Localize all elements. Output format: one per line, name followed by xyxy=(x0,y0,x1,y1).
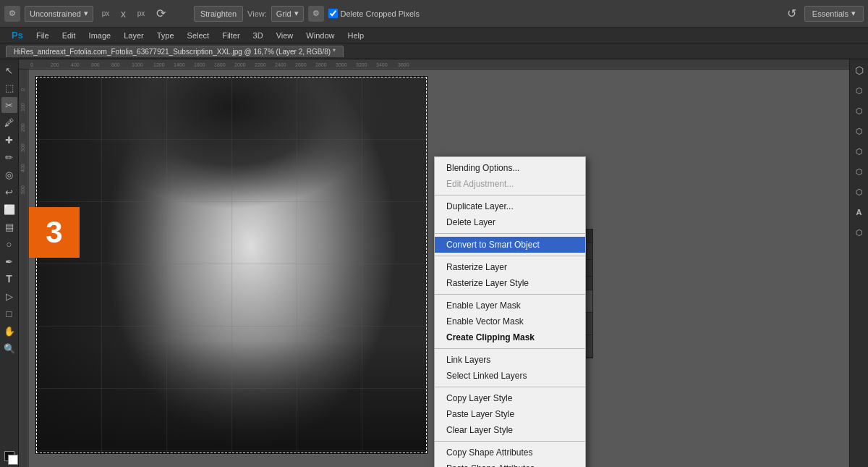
move-tool[interactable]: ↖ xyxy=(1,62,17,78)
ctx-duplicate-layer[interactable]: Duplicate Layer... xyxy=(435,198,585,214)
ctx-copy-layer-style[interactable]: Copy Layer Style xyxy=(435,390,585,406)
svg-text:400: 400 xyxy=(71,62,80,67)
ctx-enable-layer-mask[interactable]: Enable Layer Mask xyxy=(435,298,585,314)
ctx-rasterize-layer[interactable]: Rasterize Layer xyxy=(435,259,585,275)
view-settings-icon[interactable]: ⚙ xyxy=(308,6,324,22)
ruler-horizontal: 0 200 400 600 800 1000 1200 1400 1600 18… xyxy=(19,59,849,70)
svg-text:1400: 1400 xyxy=(174,62,185,67)
ctx-link-layers[interactable]: Link Layers xyxy=(435,352,585,368)
delete-cropped-checkbox[interactable] xyxy=(328,9,338,18)
svg-text:200: 200 xyxy=(51,62,59,67)
ctx-create-clipping[interactable]: Create Clipping Mask xyxy=(435,329,585,345)
right-tool-6[interactable]: ⬡ xyxy=(851,164,867,180)
history-brush[interactable]: ↩ xyxy=(1,184,17,200)
ctx-blending-options[interactable]: Blending Options... xyxy=(435,160,585,176)
menu-image[interactable]: Image xyxy=(83,30,117,41)
menu-ps-icon[interactable]: Ps xyxy=(6,28,29,42)
svg-text:800: 800 xyxy=(111,62,120,67)
menu-help[interactable]: Help xyxy=(341,30,370,41)
right-tool-text[interactable]: A xyxy=(851,204,867,220)
ctx-rasterize-style[interactable]: Rasterize Layer Style xyxy=(435,275,585,291)
menu-view[interactable]: View xyxy=(271,30,299,41)
dodge-tool[interactable]: ○ xyxy=(1,236,17,252)
ctx-select-linked[interactable]: Select Linked Layers xyxy=(435,368,585,384)
clone-tool[interactable]: ◎ xyxy=(1,167,17,182)
svg-text:2200: 2200 xyxy=(255,62,266,67)
left-sidebar: ↖ ⬚ ✂ 🖉 ✚ ✏ ◎ ↩ ⬜ ▤ ○ ✒ T ▷ □ ✋ 🔍 xyxy=(0,59,19,467)
ctx-clear-layer-style[interactable]: Clear Layer Style xyxy=(435,422,585,438)
ctx-sep2 xyxy=(435,233,585,234)
ctx-paste-layer-style[interactable]: Paste Layer Style xyxy=(435,406,585,422)
swap-icon[interactable]: x xyxy=(118,8,129,20)
eraser-tool[interactable]: ⬜ xyxy=(1,201,17,217)
zoom-tool[interactable]: 🔍 xyxy=(1,340,17,356)
ctx-enable-vector-mask[interactable]: Enable Vector Mask xyxy=(435,314,585,329)
menu-edit[interactable]: Edit xyxy=(56,30,82,41)
shape-tool[interactable]: □ xyxy=(1,306,17,321)
top-toolbar: ⚙ Unconstrained ▾ px x px ⟳ Straighten V… xyxy=(0,0,868,28)
menu-layer[interactable]: Layer xyxy=(118,30,150,41)
eyedropper-tool[interactable]: 🖉 xyxy=(1,114,17,130)
right-tool-1[interactable]: ⬡ xyxy=(851,62,867,78)
menu-select[interactable]: Select xyxy=(182,30,216,41)
canvas-image xyxy=(36,77,427,453)
straighten-button[interactable]: Straighten xyxy=(194,6,243,22)
document-tab-bar: HiRes_andreaxt_Fotolia.com_Fotolia_63677… xyxy=(0,43,868,59)
canvas[interactable]: 3 Properties Actions L... 🔍 Kind ▾ xyxy=(29,70,849,467)
crop-options-icon[interactable]: ⚙ xyxy=(4,6,20,22)
svg-text:2800: 2800 xyxy=(315,62,327,67)
toolbar-right: ↺ Essentials ▾ xyxy=(784,6,864,22)
right-tool-5[interactable]: ⬡ xyxy=(851,143,867,159)
right-tool-7[interactable]: ⬡ xyxy=(851,184,867,200)
menu-filter[interactable]: Filter xyxy=(216,30,245,41)
selection-tool[interactable]: ⬚ xyxy=(1,80,17,96)
right-tool-3[interactable]: ⬡ xyxy=(851,103,867,119)
svg-text:300: 300 xyxy=(20,143,25,152)
reset-icon[interactable]: ⟳ xyxy=(153,6,169,22)
width-icon: px xyxy=(98,6,114,22)
straighten-icon xyxy=(174,6,190,22)
hand-tool[interactable]: ✋ xyxy=(1,323,17,339)
menu-3d[interactable]: 3D xyxy=(247,30,269,41)
svg-text:100: 100 xyxy=(20,103,25,112)
svg-text:600: 600 xyxy=(91,62,100,67)
svg-text:1600: 1600 xyxy=(194,62,205,67)
step-badge: 3 xyxy=(29,207,80,258)
menu-bar: Ps File Edit Image Layer Type Select Fil… xyxy=(0,28,868,43)
ctx-copy-shape[interactable]: Copy Shape Attributes xyxy=(435,445,585,460)
ctx-delete-layer[interactable]: Delete Layer xyxy=(435,214,585,230)
document-tab[interactable]: HiRes_andreaxt_Fotolia.com_Fotolia_63677… xyxy=(6,46,344,57)
pen-tool[interactable]: ✒ xyxy=(1,253,17,269)
healing-tool[interactable]: ✚ xyxy=(1,132,17,148)
text-tool[interactable]: T xyxy=(1,271,17,287)
gradient-tool[interactable]: ▤ xyxy=(1,219,17,235)
delete-cropped-wrap[interactable]: Delete Cropped Pixels xyxy=(328,9,420,18)
right-tool-4[interactable]: ⬡ xyxy=(851,123,867,139)
ctx-convert-smart[interactable]: Convert to Smart Object xyxy=(435,237,585,253)
crop-tool[interactable]: ✂ xyxy=(1,97,17,113)
svg-text:2600: 2600 xyxy=(295,62,307,67)
right-sidebar: ⬡ ⬡ ⬡ ⬡ ⬡ ⬡ ⬡ A ⬡ xyxy=(849,59,868,467)
svg-text:1800: 1800 xyxy=(214,62,226,67)
context-menu: Blending Options... Edit Adjustment... D… xyxy=(434,156,586,467)
svg-text:3000: 3000 xyxy=(336,62,347,67)
foreground-bg-colors[interactable] xyxy=(1,448,17,464)
right-tool-9[interactable]: ⬡ xyxy=(851,224,867,240)
menu-file[interactable]: File xyxy=(30,30,55,41)
path-selection[interactable]: ▷ xyxy=(1,288,17,304)
ctx-sep6 xyxy=(435,387,585,387)
menu-window[interactable]: Window xyxy=(300,30,340,41)
essentials-button[interactable]: Essentials ▾ xyxy=(804,6,864,22)
ctx-paste-shape[interactable]: Paste Shape Attributes xyxy=(435,460,585,467)
svg-text:3600: 3600 xyxy=(398,62,409,67)
brush-tool[interactable]: ✏ xyxy=(1,149,17,165)
right-tool-2[interactable]: ⬡ xyxy=(851,83,867,98)
canvas-content: 0 100 200 300 400 500 xyxy=(19,70,849,467)
menu-type[interactable]: Type xyxy=(151,30,180,41)
undo-icon[interactable]: ↺ xyxy=(784,6,800,22)
ctx-sep3 xyxy=(435,256,585,256)
canvas-wrapper: 0 200 400 600 800 1000 1200 1400 1600 18… xyxy=(19,59,849,467)
view-dropdown[interactable]: Grid ▾ xyxy=(271,6,304,22)
ruler-vertical: 0 100 200 300 400 500 xyxy=(19,70,29,467)
constraint-dropdown[interactable]: Unconstrained ▾ xyxy=(25,6,93,22)
